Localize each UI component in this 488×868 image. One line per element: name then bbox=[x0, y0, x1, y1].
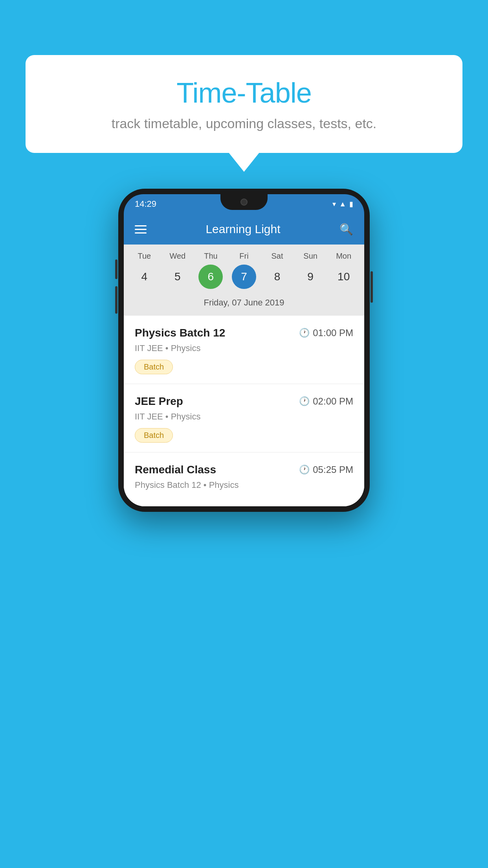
status-time: 14:29 bbox=[135, 199, 156, 209]
schedule-item-3-subtitle: Physics Batch 12 • Physics bbox=[135, 480, 353, 490]
day-7-selected[interactable]: 7 bbox=[232, 265, 256, 289]
wifi-icon: ▾ bbox=[332, 200, 336, 208]
front-camera bbox=[240, 199, 248, 206]
day-8[interactable]: 8 bbox=[265, 265, 290, 289]
schedule-item-2-subtitle: IIT JEE • Physics bbox=[135, 412, 353, 422]
schedule-item-2-time: 🕐 02:00 PM bbox=[299, 396, 353, 407]
clock-icon-3: 🕐 bbox=[299, 465, 310, 475]
phone-mockup: 14:29 ▾ ▲ ▮ Learning Light 🔍 bbox=[118, 189, 370, 512]
schedule-item-2[interactable]: JEE Prep 🕐 02:00 PM IIT JEE • Physics Ba… bbox=[124, 384, 364, 452]
schedule-item-3[interactable]: Remedial Class 🕐 05:25 PM Physics Batch … bbox=[124, 452, 364, 506]
day-header-mon: Mon bbox=[329, 252, 358, 261]
batch-badge-2: Batch bbox=[135, 428, 173, 443]
schedule-item-1-time-value: 01:00 PM bbox=[313, 327, 353, 338]
day-5[interactable]: 5 bbox=[165, 265, 190, 289]
selected-date-label: Friday, 07 June 2019 bbox=[128, 294, 360, 313]
schedule-item-3-time: 🕐 05:25 PM bbox=[299, 464, 353, 475]
clock-icon-2: 🕐 bbox=[299, 396, 310, 406]
day-header-sun: Sun bbox=[296, 252, 325, 261]
day-header-thu: Thu bbox=[196, 252, 225, 261]
signal-icon: ▲ bbox=[339, 200, 346, 208]
bubble-title: Time-Table bbox=[49, 77, 439, 109]
phone-body: 14:29 ▾ ▲ ▮ Learning Light 🔍 bbox=[118, 189, 370, 512]
day-header-wed: Wed bbox=[163, 252, 192, 261]
schedule-item-3-header: Remedial Class 🕐 05:25 PM bbox=[135, 463, 353, 476]
schedule-item-3-time-value: 05:25 PM bbox=[313, 464, 353, 475]
schedule-item-3-title: Remedial Class bbox=[135, 463, 216, 476]
menu-button[interactable] bbox=[135, 225, 147, 234]
schedule-item-2-time-value: 02:00 PM bbox=[313, 396, 353, 407]
schedule-item-1-title: Physics Batch 12 bbox=[135, 327, 225, 339]
day-header-fri: Fri bbox=[229, 252, 259, 261]
schedule-item-1-time: 🕐 01:00 PM bbox=[299, 327, 353, 338]
day-10[interactable]: 10 bbox=[332, 265, 356, 289]
schedule-item-1-header: Physics Batch 12 🕐 01:00 PM bbox=[135, 327, 353, 339]
volume-down-button bbox=[115, 286, 117, 314]
app-header: Learning Light 🔍 bbox=[124, 214, 364, 245]
bubble-subtitle: track timetable, upcoming classes, tests… bbox=[49, 116, 439, 131]
day-4[interactable]: 4 bbox=[132, 265, 156, 289]
day-numbers: 4 5 6 7 8 9 10 bbox=[128, 265, 360, 289]
schedule-list: Physics Batch 12 🕐 01:00 PM IIT JEE • Ph… bbox=[124, 316, 364, 506]
calendar-week: Tue Wed Thu Fri Sat Sun Mon 4 5 6 7 8 9 … bbox=[124, 245, 364, 316]
day-header-sat: Sat bbox=[263, 252, 292, 261]
day-headers: Tue Wed Thu Fri Sat Sun Mon bbox=[128, 252, 360, 261]
status-bar: 14:29 ▾ ▲ ▮ bbox=[124, 194, 364, 214]
phone-notch bbox=[220, 194, 268, 210]
phone-screen: Learning Light 🔍 Tue Wed Thu Fri Sat Sun… bbox=[124, 214, 364, 506]
schedule-item-2-title: JEE Prep bbox=[135, 395, 183, 408]
speech-bubble-wrapper: Time-Table track timetable, upcoming cla… bbox=[26, 55, 462, 153]
volume-up-button bbox=[115, 259, 117, 279]
status-icons: ▾ ▲ ▮ bbox=[332, 200, 353, 208]
day-header-tue: Tue bbox=[130, 252, 159, 261]
schedule-item-2-header: JEE Prep 🕐 02:00 PM bbox=[135, 395, 353, 408]
battery-icon: ▮ bbox=[349, 200, 353, 208]
schedule-item-1-subtitle: IIT JEE • Physics bbox=[135, 343, 353, 353]
app-title: Learning Light bbox=[205, 223, 280, 236]
power-button bbox=[371, 271, 373, 303]
speech-bubble: Time-Table track timetable, upcoming cla… bbox=[26, 55, 462, 153]
day-6-today[interactable]: 6 bbox=[198, 265, 223, 289]
batch-badge-1: Batch bbox=[135, 360, 173, 374]
clock-icon-1: 🕐 bbox=[299, 328, 310, 338]
search-icon[interactable]: 🔍 bbox=[339, 223, 353, 236]
schedule-item-1[interactable]: Physics Batch 12 🕐 01:00 PM IIT JEE • Ph… bbox=[124, 316, 364, 384]
day-9[interactable]: 9 bbox=[298, 265, 323, 289]
